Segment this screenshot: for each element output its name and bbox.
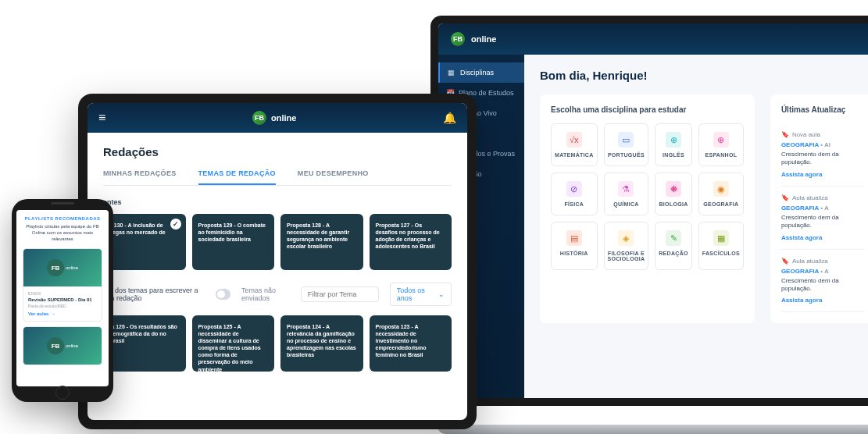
laptop-body: ▦Disciplinas📅Plano de Estudos▷ulas ao Vi…: [438, 55, 868, 398]
brand-logo-icon: FB: [47, 259, 64, 276]
discipline-card[interactable]: ❋BIOLOGIA: [655, 173, 692, 215]
update-link[interactable]: Assista agora: [781, 234, 865, 241]
update-link[interactable]: Assista agora: [781, 171, 865, 178]
discipline-icon: ▤: [566, 230, 582, 246]
discipline-card[interactable]: ⊕ESPANHOL: [698, 123, 744, 166]
discipline-label: FÍSICA: [564, 201, 584, 207]
greeting: Bom dia, Henrique!: [540, 69, 868, 82]
update-item: 🔖Nova aulaGEOGRAFIA • AlCrescimento dem …: [781, 123, 865, 187]
laptop-main: Bom dia, Henrique! Escolha uma disciplin…: [524, 55, 868, 398]
update-tag: 🔖Nova aula: [781, 131, 865, 138]
tablet-device: ≡ FB online 🔔 Redações MINHAS REDAÇÕESTE…: [78, 94, 477, 429]
tab[interactable]: MINHAS REDAÇÕES: [103, 169, 177, 185]
phone-subheading: Playlists criadas pela equipe do FB Onli…: [23, 224, 102, 242]
playlist-link[interactable]: Ver aulas →: [28, 311, 97, 316]
filter-label: um dos temas para escrever a sua redação: [103, 286, 205, 302]
tab[interactable]: TEMAS DE REDAÇÃO: [198, 169, 276, 185]
discipline-label: QUÍMICA: [613, 201, 638, 207]
sidebar-item[interactable]: ▦Disciplinas: [438, 62, 524, 83]
proposal-card[interactable]: Proposta 128 - A necessidade de garantir…: [280, 214, 363, 270]
discipline-card[interactable]: ▤HISTÓRIA: [551, 222, 598, 270]
update-subject: GEOGRAFIA • A: [781, 205, 865, 212]
main-row: Escolha uma disciplina para estudar √xMA…: [540, 94, 868, 323]
bookmark-icon: 🔖: [781, 258, 789, 265]
updates-panel: Últimas Atualizaç 🔖Nova aulaGEOGRAFIA • …: [770, 94, 868, 323]
menu-icon[interactable]: ≡: [98, 111, 105, 125]
discipline-label: HISTÓRIA: [560, 251, 588, 256]
proposal-card[interactable]: Proposta 123 - A necessidade de investim…: [370, 315, 452, 372]
discipline-card[interactable]: ⊕INGLÊS: [655, 123, 692, 166]
all-row: ta 126 - Os resultados são demográfica d…: [103, 315, 452, 372]
update-desc: Crescimento dem da população.: [781, 151, 865, 167]
bell-icon[interactable]: 🔔: [443, 112, 456, 124]
discipline-icon: ◉: [713, 181, 729, 197]
year-select[interactable]: Todos os anos ⌄: [390, 283, 452, 306]
update-subject: GEOGRAFIA • Al: [781, 141, 865, 148]
page-title: Redações: [103, 145, 452, 158]
discipline-label: MATEMÁTICA: [555, 152, 594, 158]
discipline-icon: ◈: [618, 230, 634, 246]
discipline-icon: ⊘: [566, 181, 582, 197]
discipline-card[interactable]: ◉GEOGRAFIA: [698, 173, 744, 215]
bookmark-icon: 🔖: [781, 131, 789, 138]
tablet-topbar: ≡ FB online 🔔: [88, 103, 467, 133]
playlist-card[interactable]: FB online ENEM Revisão SUPERMED - Dia 01…: [23, 248, 102, 322]
tablet-bezel: ≡ FB online 🔔 Redações MINHAS REDAÇÕESTE…: [78, 94, 477, 429]
playlist-title: Revisão SUPERMED - Dia 01: [28, 297, 97, 302]
discipline-card[interactable]: ⊘FÍSICA: [551, 173, 598, 215]
updates-list: 🔖Nova aulaGEOGRAFIA • AlCrescimento dem …: [781, 123, 865, 312]
updates-title: Últimas Atualizaç: [781, 105, 865, 114]
proposal-text: Proposta 129 - O combate ao feminicídio …: [198, 222, 269, 243]
tab[interactable]: MEU DESEMPENHO: [298, 169, 369, 185]
phone-screen: PLAYLISTS RECOMENDADAS Playlists criadas…: [16, 210, 109, 386]
disciplines-title: Escolha uma disciplina para estudar: [551, 105, 744, 114]
discipline-card[interactable]: ✎REDAÇÃO: [655, 222, 692, 270]
toggle-unsent[interactable]: [216, 289, 230, 300]
brand-logo-icon: FB: [252, 111, 266, 125]
sidebar-item-label: Disciplinas: [460, 69, 494, 76]
discipline-label: ESPANHOL: [705, 152, 737, 158]
brand-wrap: FB online: [252, 111, 296, 125]
discipline-label: INGLÊS: [663, 152, 684, 158]
year-select-value: Todos os anos: [397, 286, 438, 302]
proposal-text: Proposta 127 - Os desafios no processo d…: [376, 222, 446, 250]
discipline-icon: √x: [566, 132, 582, 148]
sidebar-icon: ▦: [448, 69, 455, 76]
playlist-image: FB online: [23, 327, 102, 365]
discipline-card[interactable]: ◈FILOSOFIA E SOCIOLOGIA: [604, 222, 649, 270]
discipline-card[interactable]: ⚗QUÍMICA: [604, 173, 649, 215]
brand-name: online: [66, 265, 78, 270]
playlist-card[interactable]: FB online: [23, 326, 102, 365]
discipline-label: BIOLOGIA: [659, 201, 688, 207]
proposal-card[interactable]: ta 126 - Os resultados são demográfica d…: [103, 315, 186, 372]
search-input[interactable]: [301, 286, 379, 302]
proposal-card[interactable]: Proposta 124 - A relevância da gamificaç…: [280, 315, 363, 372]
disciplines-grid: √xMATEMÁTICA▭PORTUGUÊS⊕INGLÊS⊕ESPANHOL⊘F…: [551, 123, 744, 270]
playlist-meta: Pasta de estudo/MED: [28, 304, 97, 308]
discipline-card[interactable]: √xMATEMÁTICA: [551, 123, 598, 166]
brand-name: online: [271, 113, 296, 123]
proposal-card[interactable]: Proposta 129 - O combate ao feminicídio …: [192, 214, 275, 270]
proposal-text: Proposta 123 - A necessidade de investim…: [376, 323, 446, 358]
update-subject: GEOGRAFIA • A: [781, 268, 865, 275]
discipline-card[interactable]: ▭PORTUGUÊS: [604, 123, 649, 166]
arrow-right-icon: →: [51, 311, 55, 316]
bookmark-icon: 🔖: [781, 194, 789, 201]
proposal-card[interactable]: Proposta 127 - Os desafios no processo d…: [370, 214, 452, 270]
discipline-label: FILOSOFIA E SOCIOLOGIA: [608, 251, 645, 261]
proposal-card[interactable]: a 130 - A inclusão de cegas no mercado d…: [103, 214, 186, 270]
home-button[interactable]: [55, 386, 70, 400]
proposal-text: a 130 - A inclusão de cegas no mercado d…: [109, 222, 180, 236]
proposal-text: Proposta 128 - A necessidade de garantir…: [287, 222, 357, 250]
disciplines-panel: Escolha uma disciplina para estudar √xMA…: [540, 94, 755, 323]
brand-name: online: [66, 343, 78, 348]
playlist-body: ENEM Revisão SUPERMED - Dia 01 Pasta de …: [23, 286, 102, 321]
laptop-screen: FB online ▦Disciplinas📅Plano de Estudos▷…: [438, 23, 868, 398]
tablet-content: Redações MINHAS REDAÇÕESTEMAS DE REDAÇÃO…: [88, 133, 467, 420]
proposal-card[interactable]: Proposta 125 - A necessidade de dissemin…: [192, 315, 275, 372]
discipline-card[interactable]: ▦FASCÍCULOS: [698, 222, 744, 270]
discipline-icon: ▭: [618, 132, 634, 148]
recent-label: entes: [103, 198, 452, 206]
update-link[interactable]: Assista agora: [781, 297, 865, 304]
discipline-label: REDAÇÃO: [659, 251, 688, 256]
